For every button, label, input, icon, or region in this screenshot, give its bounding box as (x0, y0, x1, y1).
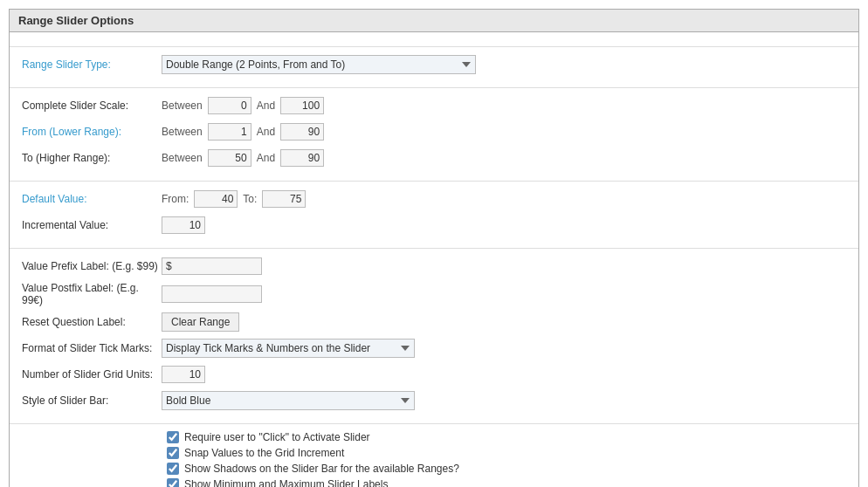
complete-slider-label: Complete Slider Scale: (22, 99, 162, 112)
lower-range-from-input[interactable] (208, 123, 251, 141)
default-to-input[interactable] (262, 190, 306, 208)
checkbox-row-3: Show Minimum and Maximum Slider Labels (167, 478, 846, 487)
tick-format-row: Format of Slider Tick Marks: Display Tic… (22, 338, 846, 359)
grid-units-content (162, 366, 205, 383)
labels-section: Value Prefix Label: (E.g. $99) Value Pos… (10, 249, 858, 423)
default-value-row: Default Value: From: To: (22, 189, 846, 209)
prefix-label: Value Prefix Label: (E.g. $99) (22, 260, 162, 272)
default-from-input[interactable] (194, 190, 238, 208)
checkbox-activate-slider-label: Require user to "Click" to Activate Slid… (184, 431, 370, 443)
complete-and-label: And (257, 99, 275, 112)
grid-units-row: Number of Slider Grid Units: (22, 364, 846, 385)
postfix-label: Value Postfix Label: (E.g. 99€) (22, 282, 162, 306)
complete-slider-row: Complete Slider Scale: Between And (22, 95, 846, 116)
slider-type-row: Range Slider Type: Double Range (2 Point… (22, 54, 846, 75)
incremental-value-row: Incremental Value: (22, 215, 846, 236)
slider-type-select[interactable]: Double Range (2 Points, From and To) Sin… (162, 55, 476, 74)
default-to-label: To: (243, 193, 257, 205)
checkbox-show-min-max-label: Show Minimum and Maximum Slider Labels (184, 478, 388, 487)
slider-type-label: Range Slider Type: (22, 58, 162, 71)
prefix-row: Value Prefix Label: (E.g. $99) (22, 256, 846, 277)
prefix-input[interactable] (162, 257, 262, 275)
checkbox-row-2: Show Shadows on the Slider Bar for the a… (167, 463, 846, 475)
style-slider-row: Style of Slider Bar: Bold Blue Thin Blue… (22, 390, 846, 411)
incremental-value-label: Incremental Value: (22, 219, 162, 231)
higher-range-from-input[interactable] (208, 149, 251, 167)
postfix-input[interactable] (162, 285, 262, 303)
checkbox-show-shadows[interactable] (167, 463, 179, 475)
incremental-value-input[interactable] (162, 216, 205, 234)
checkbox-snap-values[interactable] (167, 447, 179, 459)
checkboxes-section: Require user to "Click" to Activate Slid… (10, 424, 858, 487)
scale-section: Complete Slider Scale: Between And From … (10, 88, 858, 181)
slider-type-content: Double Range (2 Points, From and To) Sin… (162, 55, 476, 74)
lower-between-label: Between (162, 126, 203, 138)
postfix-content (162, 285, 262, 303)
lower-range-label: From (Lower Range): (22, 126, 162, 138)
prefix-content (162, 257, 262, 275)
checkbox-activate-slider[interactable] (167, 431, 179, 443)
style-slider-label: Style of Slider Bar: (22, 394, 162, 407)
lower-range-content: Between And (162, 123, 324, 141)
style-slider-content: Bold Blue Thin Blue Bold Red Thin Red (162, 391, 415, 410)
higher-between-label: Between (162, 152, 203, 164)
higher-range-to-input[interactable] (280, 149, 324, 167)
reset-content: Clear Range (162, 312, 239, 332)
grid-units-input[interactable] (162, 366, 205, 383)
incremental-value-content (162, 216, 205, 234)
checkbox-snap-values-label: Snap Values to the Grid Increment (184, 447, 344, 459)
lower-range-to-input[interactable] (280, 123, 324, 141)
complete-slider-to-input[interactable] (280, 97, 324, 114)
checkbox-row-1: Snap Values to the Grid Increment (167, 447, 846, 459)
clear-range-button[interactable]: Clear Range (162, 312, 239, 332)
panel-description (10, 32, 858, 47)
higher-range-content: Between And (162, 149, 324, 167)
tick-format-content: Display Tick Marks & Numbers on the Slid… (162, 339, 415, 358)
default-section: Default Value: From: To: Incremental Val… (10, 182, 858, 248)
reset-row: Reset Question Label: Clear Range (22, 312, 846, 333)
default-value-content: From: To: (162, 190, 306, 208)
higher-and-label: And (257, 152, 275, 164)
range-slider-options-panel: Range Slider Options Range Slider Type: … (9, 9, 859, 487)
panel-title: Range Slider Options (10, 10, 858, 32)
default-value-label: Default Value: (22, 193, 162, 205)
lower-and-label: And (257, 126, 275, 138)
checkbox-show-min-max[interactable] (167, 478, 179, 487)
complete-between-label: Between (162, 99, 203, 112)
checkbox-show-shadows-label: Show Shadows on the Slider Bar for the a… (184, 463, 459, 475)
tick-format-select[interactable]: Display Tick Marks & Numbers on the Slid… (162, 339, 415, 358)
complete-slider-content: Between And (162, 97, 324, 114)
higher-range-row: To (Higher Range): Between And (22, 147, 846, 168)
default-from-label: From: (162, 193, 189, 205)
postfix-row: Value Postfix Label: (E.g. 99€) (22, 282, 846, 306)
higher-range-label: To (Higher Range): (22, 152, 162, 164)
checkbox-row-0: Require user to "Click" to Activate Slid… (167, 431, 846, 443)
tick-format-label: Format of Slider Tick Marks: (22, 342, 162, 354)
complete-slider-from-input[interactable] (208, 97, 251, 114)
grid-units-label: Number of Slider Grid Units: (22, 368, 162, 381)
style-slider-select[interactable]: Bold Blue Thin Blue Bold Red Thin Red (162, 391, 415, 410)
reset-label: Reset Question Label: (22, 316, 162, 328)
slider-type-section: Range Slider Type: Double Range (2 Point… (10, 47, 858, 87)
lower-range-row: From (Lower Range): Between And (22, 121, 846, 142)
